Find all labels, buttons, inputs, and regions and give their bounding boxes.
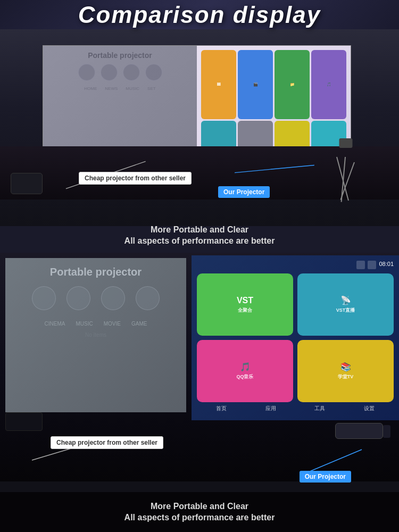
page-title: Comparison display xyxy=(78,2,321,28)
text-line-1-bottom: More Portable and Clear xyxy=(151,502,248,511)
bottom-nav-3: MOVIE xyxy=(104,321,121,327)
screen-left-title: Portable projector xyxy=(88,51,152,60)
our-projector-device-top xyxy=(325,138,367,202)
qq-icon: 🎵 xyxy=(240,362,251,372)
bottom-nav-1: CINEMA xyxy=(45,321,65,327)
app-tile-4: 🎵 xyxy=(311,50,346,119)
icon-circle-1 xyxy=(78,64,95,81)
text-line-1-top: More Portable and Clear xyxy=(151,225,248,235)
vst-live-label: VST直播 xyxy=(336,307,355,314)
bottom-text-top: More Portable and Clear All aspects of p… xyxy=(0,218,399,253)
bottom-left-nav: CINEMA MUSIC MOVIE GAME xyxy=(45,321,147,327)
nav-set: SET xyxy=(147,86,156,91)
right-nav-4: 设置 xyxy=(364,405,375,412)
bottom-icon-4 xyxy=(136,286,160,310)
right-nav-1: 首页 xyxy=(216,405,227,412)
cheap-projector-device-top xyxy=(11,173,43,194)
header: Comparison display xyxy=(0,0,399,29)
nav-home: HOME xyxy=(84,86,97,91)
bottom-icon-2 xyxy=(66,286,90,310)
screen-bottom-right: 08:01 VST 全聚合 📡 VST直播 🎵 QQ音乐 xyxy=(192,255,399,420)
page-container: Comparison display Portable projector HO… xyxy=(0,0,399,532)
bottom-icon-3 xyxy=(101,286,125,310)
xuetang-icon: 📚 xyxy=(340,362,351,372)
label-our-bottom: Our Projector xyxy=(300,471,351,483)
top-scene: Portable projector HOME NEWS MUSIC SET xyxy=(0,29,399,226)
nav-news: NEWS xyxy=(105,86,118,91)
xuetang-label: 学堂TV xyxy=(338,373,354,380)
tripod xyxy=(325,154,367,202)
bottom-nav-4: GAME xyxy=(131,321,147,327)
app-grid-bottom: VST 全聚合 📡 VST直播 🎵 QQ音乐 📚 学堂TV xyxy=(197,273,394,402)
right-nav-bottom: 首页 应用 工具 设置 xyxy=(197,402,394,415)
screen-left-nav: HOME NEWS MUSIC SET xyxy=(84,86,155,91)
cheap-projector-device-bottom xyxy=(5,412,43,431)
bottom-text-bottom: More Portable and Clear All aspects of p… xyxy=(0,492,399,532)
app-tile-vst-all: VST 全聚合 xyxy=(197,273,293,336)
vst-label: 全聚合 xyxy=(238,307,252,314)
app-tile-vst-live: 📡 VST直播 xyxy=(297,273,394,336)
label-cheap-top: Cheap projector from other seller xyxy=(79,172,192,185)
app-tile-3: 📁 xyxy=(275,50,310,119)
camera-head xyxy=(339,138,353,148)
right-header: 08:01 xyxy=(197,261,394,269)
app-tile-xuetang: 📚 学堂TV xyxy=(297,340,394,402)
icon-circle-4 xyxy=(145,64,162,81)
bottom-left-icons-row xyxy=(32,286,160,310)
vst-live-icon: 📡 xyxy=(340,295,351,305)
header-icon-2 xyxy=(368,261,376,269)
bottom-section: Portable projector CINEMA MUSIC MOVIE GA… xyxy=(0,253,399,532)
app-tile-qq: 🎵 QQ音乐 xyxy=(197,340,293,402)
text-line-2-top: All aspects of performance are better xyxy=(124,236,275,246)
right-nav-3: 工具 xyxy=(314,405,325,412)
bottom-icon-1 xyxy=(32,286,56,310)
bottom-left-title: Portable projector xyxy=(50,266,142,278)
header-icon-1 xyxy=(356,261,365,269)
svg-line-3 xyxy=(309,450,362,472)
app-tile-1: 🖼 xyxy=(201,50,236,119)
bottom-left-extra: No Items xyxy=(85,332,106,338)
icon-circle-3 xyxy=(123,64,140,81)
right-time: 08:01 xyxy=(379,261,394,269)
app-tile-2: 🎬 xyxy=(238,50,273,119)
top-section: Portable projector HOME NEWS MUSIC SET xyxy=(0,29,399,253)
chevron-icon: ≫ xyxy=(194,251,205,253)
label-cheap-bottom: Cheap projector from other seller xyxy=(51,436,163,449)
vst-icon: VST xyxy=(237,296,253,305)
qq-label: QQ音乐 xyxy=(236,373,253,380)
screen-left-icons xyxy=(78,64,162,81)
text-line-2-bottom: All aspects of performance are better xyxy=(124,513,275,522)
bottom-nav-2: MUSIC xyxy=(76,321,93,327)
right-nav-2: 应用 xyxy=(265,405,276,412)
our-projector-device-bottom xyxy=(335,423,383,439)
screen-bottom-left: Portable projector CINEMA MUSIC MOVIE GA… xyxy=(5,258,186,412)
icon-circle-2 xyxy=(101,64,118,81)
label-our-top: Our Projector xyxy=(218,186,270,198)
nav-music: MUSIC xyxy=(126,86,139,91)
